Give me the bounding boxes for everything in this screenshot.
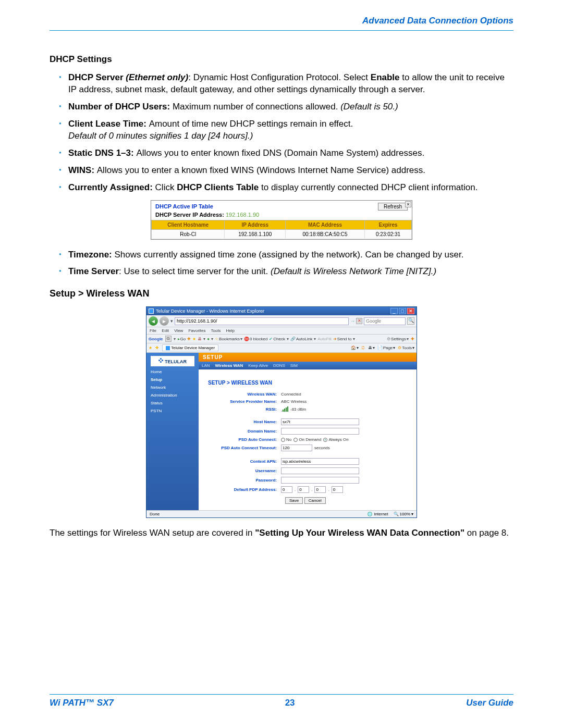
print-icon[interactable]: 🖶▾	[368, 346, 375, 350]
pdp-octet-1[interactable]	[281, 486, 292, 493]
close-icon[interactable]: ×	[405, 201, 411, 207]
stop-icon[interactable]: ✕	[356, 318, 362, 324]
row-context-apn: Context APN:	[208, 458, 407, 465]
table-row: Rob-Cl 192.168.1.100 00:18:8B:CA:50:C5 0…	[152, 229, 412, 239]
address-bar: ◄ ► ▾ → ✕ 🔍	[146, 315, 417, 327]
sidebar-item-setup[interactable]: Setup	[151, 377, 194, 382]
menu-file[interactable]: File	[150, 328, 156, 333]
toolbar-settings[interactable]: ⚙Settings▾	[387, 337, 409, 341]
toolbar-icon[interactable]: ★	[192, 337, 196, 341]
menu-edit[interactable]: Edit	[162, 328, 169, 333]
forward-icon[interactable]: ►	[160, 316, 169, 326]
toolbar-blocked[interactable]: ⛔0 blocked	[244, 337, 267, 341]
search-icon[interactable]: 🔍	[407, 317, 414, 325]
tools-menu[interactable]: ⚙Tools▾	[398, 346, 414, 350]
browser-tab[interactable]: Telular Device Manager	[162, 344, 218, 351]
col-expires: Expires	[365, 220, 412, 229]
item-keyword: Enable	[371, 72, 400, 82]
tab-ddns[interactable]: DDNS	[273, 363, 285, 368]
toolbar-icon[interactable]: ●	[207, 337, 210, 341]
toolbar-autofill[interactable]: AutoFill	[317, 337, 332, 341]
logo-icon	[158, 358, 164, 363]
maximize-icon[interactable]: □	[399, 308, 406, 314]
dropdown-icon[interactable]: ▾	[170, 318, 173, 324]
google-search-icon[interactable]: G	[165, 336, 172, 342]
go-icon[interactable]: →	[350, 318, 355, 324]
menu-favorites[interactable]: Favorites	[189, 328, 206, 333]
dropdown-icon[interactable]: ▾	[174, 337, 176, 341]
toolbar-autolink[interactable]: 🔗AutoLink	[290, 337, 312, 341]
radio-no[interactable]: No	[281, 437, 291, 442]
dhcp-table-title: DHCP Active IP Table	[155, 203, 378, 209]
page-header: Advanced Data Connection Options	[50, 16, 513, 26]
list-item: Timezone: Shows currently assigned time …	[59, 249, 513, 261]
url-input[interactable]	[175, 317, 349, 325]
tab-sim[interactable]: SIM	[290, 363, 298, 368]
tab-lan[interactable]: LAN	[202, 363, 210, 368]
favorites-star-icon[interactable]: ★	[149, 346, 152, 350]
sidebar-item-pstn[interactable]: PSTN	[151, 409, 194, 413]
globe-icon	[368, 512, 372, 516]
username-input[interactable]	[281, 467, 359, 474]
value: ABC Wireless	[281, 399, 307, 404]
cancel-button[interactable]: Cancel	[304, 497, 326, 504]
table-header-row: Client Hostname IP Address MAC Address E…	[152, 220, 412, 229]
sidebar-item-administration[interactable]: Administration	[151, 393, 194, 398]
toolbar-icon[interactable]: ✚	[411, 337, 414, 341]
home-icon[interactable]: 🏠▾	[351, 346, 359, 350]
cell-ip: 192.168.1.100	[225, 229, 286, 239]
radio-always-on[interactable]: Always On	[323, 437, 348, 442]
tab-keep-alive[interactable]: Keep Alive	[248, 363, 268, 368]
text: The settings for Wireless WAN setup are …	[50, 528, 255, 538]
app-sidebar: TELULAR Home Setup Network Administratio…	[146, 353, 199, 510]
back-icon[interactable]: ◄	[149, 316, 158, 326]
pdp-octet-3[interactable]	[314, 486, 326, 493]
save-button[interactable]: Save	[285, 497, 303, 504]
close-icon[interactable]: ✕	[407, 308, 414, 314]
ie-icon	[149, 309, 154, 314]
app-main: SETUP LAN Wireless WAN Keep Alive DDNS S…	[199, 353, 417, 510]
browser-search-input[interactable]	[364, 317, 406, 325]
toolbar-bookmarks[interactable]: ☆Bookmarks▾	[215, 337, 242, 341]
password-input[interactable]	[281, 477, 359, 484]
unit: seconds	[314, 446, 330, 450]
sidebar-item-network[interactable]: Network	[151, 385, 194, 390]
toolbar-icon[interactable]: ✚	[187, 337, 191, 341]
toolbar-go[interactable]: ▸Go	[178, 337, 186, 341]
host-name-input[interactable]	[281, 418, 359, 425]
section-title-dhcp: DHCP Settings	[50, 54, 513, 65]
toolbar-icon[interactable]: 🖶	[198, 337, 202, 341]
minimize-icon[interactable]: _	[390, 308, 398, 314]
zoom-control[interactable]: 🔍100% ▾	[394, 512, 413, 516]
sidebar-item-status[interactable]: Status	[151, 401, 194, 405]
feeds-icon[interactable]: 🗋	[361, 346, 365, 350]
label: Service Provider Name:	[208, 399, 281, 404]
tab-wireless-wan[interactable]: Wireless WAN	[215, 363, 243, 368]
list-item: Number of DHCP Users: Maximum number of …	[59, 101, 513, 113]
row-host-name: Host Name:	[208, 418, 407, 425]
menu-tools[interactable]: Tools	[211, 328, 221, 333]
radio-on-demand[interactable]: On Demand	[293, 437, 321, 442]
timeout-input[interactable]	[281, 445, 312, 451]
label: Context APN:	[208, 459, 281, 464]
dhcp-server-ip: DHCP Server IP Address: 192.168.1.90	[151, 212, 412, 220]
add-favorite-icon[interactable]: ✚	[155, 346, 159, 350]
item-default: Default of 0 minutes signifies 1 day [24…	[68, 131, 253, 141]
text: Shows currently assigned time zone (assi…	[114, 250, 463, 260]
toolbar-check[interactable]: ✔Check	[269, 337, 285, 341]
row-psd-auto-connect: PSD Auto Connect: No On Demand Always On	[208, 437, 407, 442]
pdp-octet-2[interactable]	[298, 486, 309, 493]
menu-help[interactable]: Help	[226, 328, 235, 333]
text: Use to select time server for the unit.	[124, 266, 271, 276]
dhcp-ip-table: Client Hostname IP Address MAC Address E…	[151, 220, 412, 239]
menu-view[interactable]: View	[174, 328, 183, 333]
page-menu[interactable]: 📄Page▾	[377, 346, 396, 350]
refresh-button[interactable]: Refresh	[378, 203, 408, 211]
label: Username:	[208, 468, 281, 473]
toolbar-sendto[interactable]: ➜Send to	[333, 337, 352, 341]
pdp-octet-4[interactable]	[332, 486, 343, 493]
row-rssi: RSSI: -83 dBm	[208, 406, 407, 412]
domain-name-input[interactable]	[281, 428, 359, 435]
sidebar-item-home[interactable]: Home	[151, 369, 194, 374]
apn-input[interactable]	[281, 458, 359, 465]
